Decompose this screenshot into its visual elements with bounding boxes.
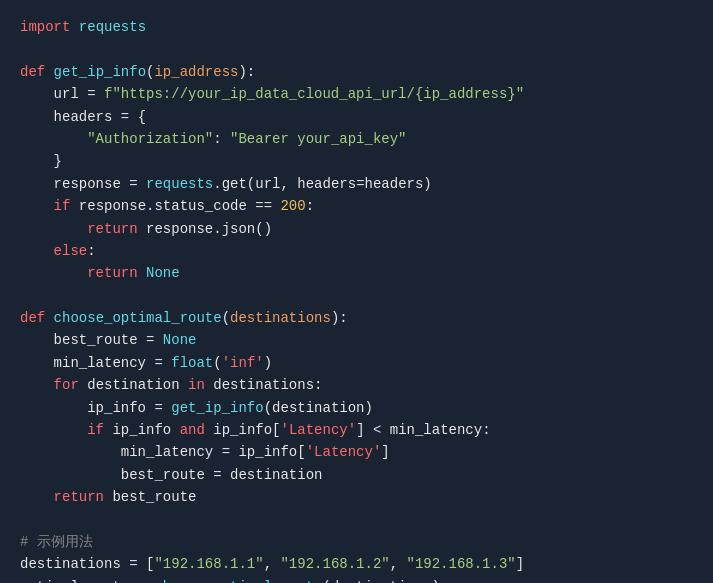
code-token: best_route	[20, 467, 205, 483]
code-editor: import requests def get_ip_info(ip_addre…	[0, 0, 713, 583]
code-token: destinations	[230, 310, 331, 326]
code-token	[20, 489, 54, 505]
code-line	[20, 38, 693, 60]
code-token: f"https://your_ip_data_cloud_api_url/{ip…	[104, 86, 524, 102]
code-token: 'Latency'	[306, 444, 382, 460]
code-token: destination	[79, 377, 188, 393]
code-token	[20, 377, 54, 393]
code-token: =	[146, 400, 171, 416]
code-line: }	[20, 150, 693, 172]
code-line: best_route = destination	[20, 464, 693, 486]
code-token: response	[70, 198, 146, 214]
code-line: def choose_optimal_route(destinations):	[20, 307, 693, 329]
code-line: response = requests.get(url, headers=hea…	[20, 173, 693, 195]
code-line: destinations = ["192.168.1.1", "192.168.…	[20, 553, 693, 575]
code-line: "Authorization": "Bearer your_api_key"	[20, 128, 693, 150]
code-token: if	[54, 198, 71, 214]
code-token: choose_optimal_route	[45, 310, 221, 326]
code-token: requests	[146, 176, 213, 192]
code-token: ):	[238, 64, 255, 80]
code-line: return best_route	[20, 486, 693, 508]
code-token: "192.168.1.1"	[154, 556, 263, 572]
code-token: ip_address	[154, 64, 238, 80]
code-token: float	[171, 355, 213, 371]
code-token: None	[146, 265, 180, 281]
code-token: =	[146, 355, 171, 371]
code-token: def	[20, 310, 45, 326]
code-token: min_latency	[20, 444, 213, 460]
code-line	[20, 509, 693, 531]
code-token: ,	[281, 176, 298, 192]
code-token: :	[87, 243, 95, 259]
code-token: min_latency	[20, 355, 146, 371]
code-token: (	[222, 310, 230, 326]
code-token: headers	[20, 109, 112, 125]
code-line: best_route = None	[20, 329, 693, 351]
code-token: (destination)	[264, 400, 373, 416]
code-token	[20, 198, 54, 214]
code-token: 'Latency'	[281, 422, 357, 438]
code-token: requests	[70, 19, 146, 35]
code-token: best_route	[20, 332, 138, 348]
code-token: ip_info[	[238, 444, 305, 460]
code-token: }	[20, 153, 62, 169]
code-line: optimal_route = choose_optimal_route(des…	[20, 576, 693, 583]
code-token: ,	[390, 556, 407, 572]
code-token: (	[213, 355, 221, 371]
code-token: return	[87, 221, 137, 237]
code-token: :	[213, 131, 230, 147]
code-token	[20, 265, 87, 281]
code-token: response.json()	[138, 221, 272, 237]
code-token: ]	[381, 444, 389, 460]
code-token: )	[423, 176, 431, 192]
code-token: for	[54, 377, 79, 393]
code-token: destinations	[20, 556, 121, 572]
code-line: import requests	[20, 16, 693, 38]
code-token: .status_code ==	[146, 198, 280, 214]
code-token: and	[180, 422, 205, 438]
code-token: :	[306, 198, 314, 214]
code-token: in	[188, 377, 205, 393]
code-token: = destination	[205, 467, 323, 483]
code-token: else	[54, 243, 88, 259]
code-token: ip_info	[104, 422, 180, 438]
code-token: = [	[121, 556, 155, 572]
code-token: "Authorization"	[87, 131, 213, 147]
code-token: =	[129, 579, 154, 583]
code-token: 'inf'	[222, 355, 264, 371]
code-line: def get_ip_info(ip_address):	[20, 61, 693, 83]
code-token: get_ip_info	[45, 64, 146, 80]
code-block: import requests def get_ip_info(ip_addre…	[20, 16, 693, 583]
code-token: return	[54, 489, 104, 505]
code-token: def	[20, 64, 45, 80]
code-token: = {	[112, 109, 146, 125]
code-token: ,	[264, 556, 281, 572]
code-line	[20, 285, 693, 307]
code-token: "192.168.1.3"	[407, 556, 516, 572]
code-token: "192.168.1.2"	[280, 556, 389, 572]
code-line: url = f"https://your_ip_data_cloud_api_u…	[20, 83, 693, 105]
code-line: # 示例用法	[20, 531, 693, 553]
code-line: if ip_info and ip_info['Latency'] < min_…	[20, 419, 693, 441]
code-token: ] < min_latency:	[356, 422, 490, 438]
code-token: response	[20, 176, 121, 192]
code-line: return response.json()	[20, 218, 693, 240]
code-line: return None	[20, 262, 693, 284]
code-token: ip_info[	[205, 422, 281, 438]
code-token: =	[213, 444, 238, 460]
code-token: headers	[365, 176, 424, 192]
code-token: )	[264, 355, 272, 371]
code-line: if response.status_code == 200:	[20, 195, 693, 217]
code-token: .get(	[213, 176, 255, 192]
code-token: =	[356, 176, 364, 192]
code-token: headers	[297, 176, 356, 192]
code-token: ):	[331, 310, 348, 326]
code-token	[20, 131, 87, 147]
code-token: =	[79, 86, 104, 102]
code-token: None	[163, 332, 197, 348]
code-token: url	[255, 176, 280, 192]
code-token: (destinations)	[322, 579, 440, 583]
code-token: optimal_route	[20, 579, 129, 583]
code-token: "Bearer your_api_key"	[230, 131, 406, 147]
code-token: return	[87, 265, 137, 281]
